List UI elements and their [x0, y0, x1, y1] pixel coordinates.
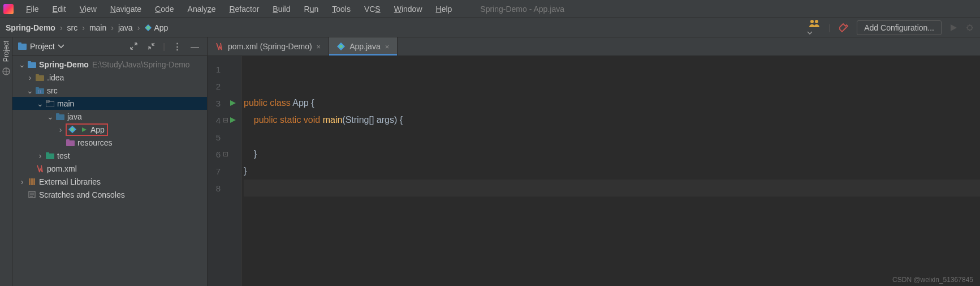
line-gutter[interactable]: 1234⊟56⊡78 — [208, 56, 241, 286]
class-runnable-icon — [68, 126, 77, 133]
code-content[interactable]: public class App { public static void ma… — [241, 56, 980, 286]
svg-rect-26 — [46, 152, 49, 155]
svg-rect-29 — [33, 178, 35, 185]
menu-help[interactable]: Help — [430, 3, 458, 15]
project-icon — [18, 42, 27, 50]
close-tab-icon[interactable]: × — [317, 42, 321, 51]
folder-icon — [35, 74, 44, 81]
svg-rect-28 — [31, 178, 33, 185]
source-folder-icon — [55, 113, 64, 120]
svg-marker-4 — [951, 24, 957, 31]
tree-label: App — [90, 125, 105, 134]
watermark: CSDN @weixin_51367845 — [892, 276, 973, 284]
breadcrumb-app[interactable]: App — [144, 23, 168, 32]
module-folder-icon: ⟨⟩ — [35, 87, 44, 94]
project-panel-title[interactable]: Project — [18, 42, 64, 51]
menu-edit[interactable]: Edit — [47, 3, 72, 15]
tree-node-idea[interactable]: › .idea — [12, 71, 207, 84]
chevron-down-icon: ⌄ — [17, 60, 27, 69]
svg-point-21 — [71, 128, 74, 131]
tree-node-src[interactable]: ⌄ ⟨⟩ src — [12, 84, 207, 97]
tree-label: External Libraries — [39, 177, 101, 186]
window-title: Spring-Demo - App.java — [480, 5, 564, 14]
class-icon — [337, 42, 345, 50]
maven-icon — [35, 165, 44, 173]
tree-node-project-root[interactable]: ⌄ Spring-Demo E:\Study\Java\Spring-Demo — [12, 58, 207, 71]
tree-label: java — [67, 112, 82, 121]
svg-rect-19 — [56, 113, 59, 116]
project-tool-button[interactable]: Project — [2, 41, 10, 62]
tree-label: resources — [77, 138, 112, 147]
chevron-right-icon: › — [35, 151, 45, 160]
svg-point-2 — [810, 20, 814, 23]
tree-node-app[interactable]: › App — [12, 123, 207, 136]
chevron-down-icon: ⌄ — [35, 99, 45, 108]
breadcrumb-sep: › — [60, 23, 63, 32]
svg-point-1 — [146, 25, 150, 29]
structure-tool-button[interactable] — [2, 67, 10, 75]
menu-vcs[interactable]: VCS — [359, 3, 386, 15]
tree-label: Spring-Demo — [39, 60, 89, 69]
library-icon — [27, 178, 36, 186]
add-configuration-button[interactable]: Add Configuration... — [857, 20, 942, 35]
build-icon[interactable] — [839, 23, 849, 33]
menu-navigate[interactable]: Navigate — [105, 3, 147, 15]
tree-node-test[interactable]: › test — [12, 149, 207, 162]
svg-point-32 — [339, 45, 343, 48]
svg-rect-10 — [28, 61, 31, 63]
menu-analyze[interactable]: Analyze — [182, 3, 222, 15]
code-with-me-icon[interactable] — [809, 19, 821, 37]
menu-file[interactable]: File — [20, 3, 45, 15]
panel-options-icon[interactable]: ⋮ — [171, 41, 183, 52]
tree-node-resources[interactable]: resources — [12, 136, 207, 149]
tab-app[interactable]: App.java × — [329, 37, 398, 56]
tree-node-pom[interactable]: pom.xml — [12, 162, 207, 175]
folder-icon — [45, 100, 54, 107]
tree-label: main — [57, 99, 74, 108]
resources-folder-icon — [66, 139, 75, 146]
menu-tools[interactable]: Tools — [326, 3, 356, 15]
svg-text:⟨⟩: ⟨⟩ — [38, 89, 41, 93]
menu-refactor[interactable]: Refactor — [223, 3, 265, 15]
menu-build[interactable]: Build — [267, 3, 296, 15]
chevron-right-icon: › — [55, 125, 66, 134]
collapse-icon[interactable] — [145, 42, 157, 50]
chevron-down-icon: ⌄ — [25, 86, 35, 95]
expand-icon[interactable] — [128, 42, 140, 50]
breadcrumb: Spring-Demo › src › main › java › App — [6, 23, 168, 32]
project-panel: Project | ⋮ — ⌄ Spring-Demo E:\Study\Jav… — [12, 37, 208, 286]
breadcrumb-main[interactable]: main — [89, 23, 106, 32]
tree-node-external-libraries[interactable]: › External Libraries — [12, 175, 207, 188]
tree-node-scratches[interactable]: Scratches and Consoles — [12, 188, 207, 201]
tab-label: App.java — [349, 42, 380, 51]
debug-button[interactable] — [965, 23, 974, 32]
intellij-icon — [3, 4, 14, 14]
breadcrumb-sep: › — [111, 23, 114, 32]
svg-marker-33 — [230, 100, 236, 106]
tab-label: pom.xml (Spring-Demo) — [228, 42, 312, 51]
hide-panel-icon[interactable]: — — [188, 41, 201, 51]
breadcrumb-project[interactable]: Spring-Demo — [6, 23, 55, 32]
close-tab-icon[interactable]: × — [385, 42, 390, 51]
breadcrumb-app-label: App — [154, 23, 168, 32]
tree-node-java[interactable]: ⌄ java — [12, 110, 207, 123]
menu-view[interactable]: View — [74, 3, 102, 15]
breadcrumb-java[interactable]: java — [118, 23, 133, 32]
class-icon — [144, 24, 152, 32]
code-editor[interactable]: 1234⊟56⊡78 public class App { public sta… — [208, 56, 980, 286]
menu-code[interactable]: Code — [149, 3, 179, 15]
project-tree[interactable]: ⌄ Spring-Demo E:\Study\Java\Spring-Demo … — [12, 56, 207, 286]
navigation-bar: Spring-Demo › src › main › java › App | … — [0, 18, 980, 37]
menu-run[interactable]: Run — [299, 3, 325, 15]
run-button[interactable] — [949, 24, 957, 32]
tree-node-main[interactable]: ⌄ main — [12, 97, 207, 110]
project-folder-icon — [27, 61, 36, 68]
chevron-down-icon — [58, 44, 64, 49]
menu-window[interactable]: Window — [388, 3, 428, 15]
test-folder-icon — [45, 152, 54, 159]
tab-pom[interactable]: pom.xml (Spring-Demo) × — [208, 37, 329, 56]
breadcrumb-src[interactable]: src — [67, 23, 78, 32]
svg-marker-34 — [230, 117, 236, 123]
svg-rect-12 — [36, 74, 39, 76]
editor-area: pom.xml (Spring-Demo) × App.java × 1234⊟… — [208, 37, 980, 286]
